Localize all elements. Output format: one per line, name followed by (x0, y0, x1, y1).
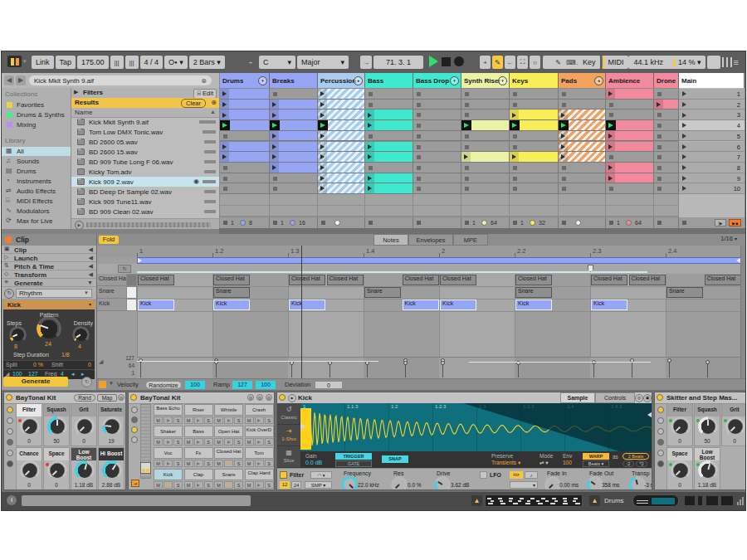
track-header[interactable]: Ambience (606, 73, 654, 88)
clip-play-button[interactable] (510, 152, 519, 163)
pad-solo-button[interactable]: S (265, 460, 274, 467)
macro-value[interactable]: 0 (17, 438, 42, 444)
split-value[interactable]: 0 % (33, 362, 43, 368)
pad-play-button[interactable] (224, 460, 233, 467)
transpose-value[interactable]: -3 st (644, 482, 652, 488)
pad-solo-button[interactable]: S (234, 481, 243, 489)
clip-play-button[interactable] (365, 120, 374, 131)
clip-slot[interactable] (559, 163, 606, 173)
density-knob[interactable] (75, 329, 87, 341)
clip-slot[interactable] (606, 152, 654, 163)
clip-stop-button[interactable] (657, 166, 662, 170)
fold-button[interactable]: Fold (99, 236, 119, 244)
sort-arrow-icon[interactable]: ▲ (210, 109, 216, 114)
sidebar-item-sounds[interactable]: ♫Sounds (2, 157, 71, 166)
midi-note-hat[interactable]: Closed Hat (629, 275, 666, 285)
macro-knob[interactable] (701, 463, 715, 478)
preview-play-icon[interactable]: ▶ (288, 394, 296, 402)
macro-value[interactable]: 1.18 dB (695, 482, 720, 488)
section-collapsed-icon[interactable]: ◀ (89, 263, 93, 270)
clip-play-button[interactable] (559, 142, 568, 153)
clip-stop-button[interactable] (369, 134, 373, 139)
clip-slot[interactable] (510, 152, 559, 163)
draw-mode-icon[interactable]: ⛶ (517, 56, 528, 69)
clip-play-button[interactable] (365, 110, 374, 120)
pad-play-button[interactable] (224, 481, 233, 489)
midi-note-hat[interactable]: Closed Hat (403, 275, 439, 285)
empty-clip-slot[interactable] (510, 194, 559, 206)
clip-stop-button[interactable] (417, 124, 421, 128)
clip-play-button[interactable] (270, 110, 279, 120)
macro-knob[interactable] (673, 419, 688, 434)
clip-slot[interactable] (654, 100, 679, 110)
clip-slot[interactable] (606, 142, 654, 153)
clip-stop-button[interactable] (513, 187, 517, 191)
file-row[interactable]: ≈Kick 909 2.wav◉ (71, 177, 219, 187)
track-warning-icon[interactable]: ▲ (589, 495, 600, 506)
clip-slot[interactable] (220, 173, 270, 184)
midi-note-snare[interactable]: Snare (515, 287, 552, 298)
key-root-menu[interactable]: C▾ (259, 56, 295, 69)
clip-slot[interactable] (413, 89, 461, 100)
drive-value[interactable]: 3.62 dB (451, 482, 469, 488)
clip-stop-button[interactable] (273, 177, 277, 181)
vel-max-value[interactable]: 127 (28, 371, 38, 377)
clip-play-button[interactable] (318, 152, 327, 163)
clip-slot[interactable] (413, 163, 461, 173)
regenerate-circle-icon[interactable]: ↻ (81, 377, 92, 387)
track-chevron-icon[interactable]: ▾ (258, 76, 267, 85)
clip-stop-button[interactable] (417, 166, 421, 170)
empty-clip-slot[interactable] (559, 206, 606, 217)
midi-note-kick[interactable]: Kick (440, 299, 476, 310)
mode-tab-classic[interactable]: ↺Classic (277, 403, 300, 425)
lfo-checkbox[interactable] (480, 471, 487, 479)
tab-controls[interactable]: Controls (595, 392, 635, 403)
track-stop-all-button[interactable] (369, 221, 373, 225)
pad-solo-button[interactable]: S (204, 460, 213, 467)
track-chevron-icon[interactable]: ▾ (498, 76, 507, 85)
device-chain-overview[interactable] (632, 494, 679, 507)
sidebar-item-instruments[interactable]: ◔Instruments (2, 177, 71, 186)
clip-stop-button[interactable] (562, 166, 566, 170)
clip-slot[interactable] (365, 120, 413, 131)
simpler-title-bar[interactable]: ▶KickSampleControls◎▣ (277, 392, 652, 404)
clip-stop-button[interactable] (513, 166, 517, 170)
track-header[interactable]: Bass (365, 73, 413, 88)
regenerate-icon[interactable]: ↻ (4, 289, 14, 299)
clip-slot[interactable] (461, 183, 510, 194)
scene-launch-triangle[interactable] (682, 176, 686, 181)
midi-note-hat[interactable]: Closed Hat (591, 275, 627, 285)
file-row[interactable]: ≈BD 909 Clean 02.wav (71, 207, 219, 217)
clip-slot[interactable] (461, 173, 510, 184)
slope-24-button[interactable]: 24 (291, 481, 301, 489)
mode-tab-slice[interactable]: ▦Slice (277, 446, 300, 468)
macro-variations-icon[interactable] (657, 407, 664, 413)
session-view-toggle[interactable] (722, 57, 732, 67)
clip-slot[interactable] (318, 120, 365, 131)
macro-value[interactable]: 50 (44, 438, 69, 444)
track-header[interactable]: Keys (510, 73, 559, 88)
double-tempo-button[interactable]: *2 (636, 460, 647, 467)
hotswap-icon[interactable]: ◎ (635, 394, 643, 402)
empty-clip-slot[interactable] (510, 206, 559, 217)
clip-slot[interactable] (270, 100, 318, 110)
receive-icon[interactable] (131, 416, 138, 423)
pad-play-button[interactable] (194, 460, 203, 467)
save-icon[interactable]: ◎ (256, 394, 263, 401)
clip-play-button[interactable] (318, 163, 327, 173)
scene-launch-triangle[interactable] (682, 144, 686, 149)
midi-note-hat[interactable]: Closed Hat (289, 275, 325, 285)
section-collapsed-icon[interactable]: ◀ (89, 255, 93, 261)
device-thumb[interactable] (720, 495, 734, 506)
warp-mode-menu[interactable]: Beats ▾ (583, 460, 609, 467)
clip-slot[interactable] (461, 100, 510, 110)
fade-out-knob[interactable] (589, 479, 601, 490)
pad-solo-button[interactable]: S (265, 416, 274, 424)
clip-slot[interactable] (559, 142, 606, 153)
clip-slot[interactable] (510, 110, 559, 120)
lfo-wave-menu[interactable]: ▾ (510, 481, 538, 489)
clip-play-button[interactable] (220, 100, 229, 110)
pad-solo-button[interactable]: S (204, 438, 213, 446)
clip-slot[interactable] (559, 100, 606, 110)
warp-length-button[interactable]: 2 Beats (622, 453, 649, 460)
